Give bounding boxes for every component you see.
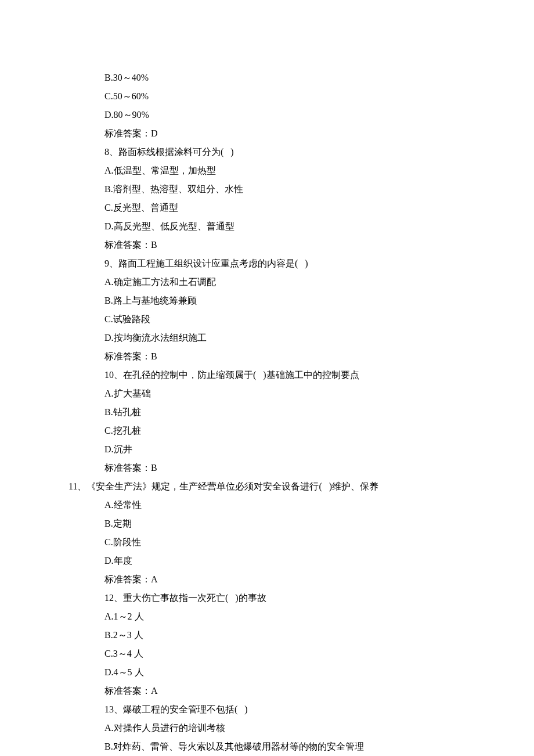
- text-line: B.2～3 人: [46, 626, 488, 645]
- text-line: 12、重大伤亡事故指一次死亡( )的事故: [46, 589, 488, 607]
- text-line: A.对操作人员进行的培训考核: [46, 719, 488, 737]
- text-line: B.定期: [46, 514, 488, 533]
- text-line: C.挖孔桩: [46, 422, 488, 440]
- text-line: B.溶剂型、热溶型、双组分、水性: [46, 180, 488, 199]
- text-line: A.扩大基础: [46, 384, 488, 403]
- text-line: C.试验路段: [46, 310, 488, 329]
- text-line: D.4～5 人: [46, 663, 488, 682]
- text-line: D.高反光型、低反光型、普通型: [46, 217, 488, 236]
- text-line: 标准答案：D: [46, 124, 488, 143]
- text-line: C.阶段性: [46, 533, 488, 552]
- text-line: A.经常性: [46, 496, 488, 514]
- text-line: C.50～60%: [46, 87, 488, 106]
- text-line: A.低温型、常温型，加热型: [46, 161, 488, 180]
- text-line: B.30～40%: [46, 69, 488, 87]
- text-line: B.路上与基地统筹兼顾: [46, 291, 488, 310]
- text-line: D.80～90%: [46, 106, 488, 124]
- text-line: 10、在孔径的控制中，防止缩颈属于( )基础施工中的控制要点: [46, 366, 488, 384]
- text-line: 标准答案：B: [46, 347, 488, 366]
- text-line: C.反光型、普通型: [46, 199, 488, 217]
- text-line: A.确定施工方法和土石调配: [46, 273, 488, 291]
- text-line: 8、路面标线根据涂料可分为( ): [46, 143, 488, 161]
- text-line: B.钻孔桩: [46, 403, 488, 422]
- text-line: 11、《安全生产法》规定，生产经营单位必须对安全设备进行( )维护、保养: [46, 477, 488, 496]
- text-line: B.对炸药、雷管、导火索以及其他爆破用器材等的物的安全管理: [46, 737, 488, 756]
- text-line: 标准答案：B: [46, 236, 488, 254]
- text-line: 9、路面工程施工组织设计应重点考虑的内容是( ): [46, 254, 488, 273]
- document-body: B.30～40%C.50～60%D.80～90%标准答案：D8、路面标线根据涂料…: [46, 69, 488, 756]
- text-line: D.沉井: [46, 440, 488, 459]
- text-line: 标准答案：A: [46, 682, 488, 700]
- text-line: 13、爆破工程的安全管理不包括( ): [46, 700, 488, 719]
- text-line: D.年度: [46, 552, 488, 570]
- text-line: D.按均衡流水法组织施工: [46, 329, 488, 347]
- text-line: 标准答案：B: [46, 459, 488, 477]
- text-line: A.1～2 人: [46, 607, 488, 626]
- text-line: C.3～4 人: [46, 645, 488, 663]
- text-line: 标准答案：A: [46, 570, 488, 589]
